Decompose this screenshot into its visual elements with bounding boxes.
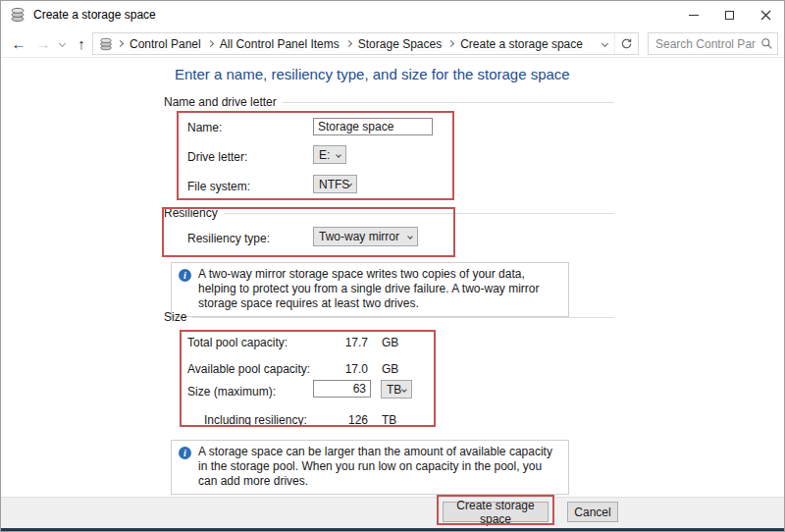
refresh-icon — [620, 37, 633, 50]
navigation-toolbar: ← → ↑ Control Panel All Control Panel It… — [1, 28, 784, 58]
group-label-size: Size — [164, 310, 192, 324]
file-system-value: NTFS — [319, 178, 349, 191]
title-bar: Create a storage space — [1, 1, 784, 28]
chevron-down-icon — [601, 40, 607, 47]
total-pool-capacity-label: Total pool capacity: — [187, 336, 288, 349]
breadcrumb-all-control-panel-items[interactable]: All Control Panel Items — [220, 37, 340, 51]
breadcrumb-separator-icon — [447, 40, 454, 47]
size-group-header: Size — [164, 310, 614, 324]
minimize-icon — [689, 15, 699, 16]
name-drive-group-header: Name and drive letter — [164, 95, 614, 109]
including-resiliency-value: 126 — [297, 413, 368, 427]
total-pool-capacity-unit: GB — [382, 336, 398, 349]
resiliency-info-text: A two-way mirror storage space writes tw… — [198, 267, 558, 311]
up-button[interactable]: ↑ — [70, 28, 93, 58]
size-maximum-input[interactable] — [313, 380, 371, 398]
create-storage-space-button[interactable]: Create storage space — [443, 502, 549, 522]
size-info-text: A storage space can be larger than the a… — [198, 445, 558, 489]
drive-letter-select[interactable]: E: — [313, 145, 346, 164]
group-label-name-drive: Name and drive letter — [164, 95, 283, 109]
group-divider — [283, 102, 614, 103]
close-icon — [760, 10, 771, 21]
group-divider — [192, 317, 614, 318]
forward-arrow-icon: → — [36, 35, 51, 52]
including-resiliency-unit: TB — [382, 413, 396, 427]
chevron-down-icon — [336, 152, 341, 158]
search-box — [648, 32, 778, 55]
resiliency-info-box: i A two-way mirror storage space writes … — [171, 262, 569, 317]
group-label-resiliency: Resiliency — [164, 206, 224, 220]
page-content: Enter a name, resiliency type, and size … — [1, 58, 784, 497]
address-dropdown-button[interactable] — [595, 33, 614, 54]
window-title: Create a storage space — [33, 8, 156, 22]
available-pool-capacity-unit: GB — [382, 362, 398, 376]
chevron-down-icon — [407, 234, 413, 239]
refresh-button[interactable] — [614, 33, 638, 54]
maximize-button[interactable] — [711, 1, 748, 28]
breadcrumb-separator-icon — [345, 40, 352, 47]
chevron-down-icon — [348, 183, 352, 186]
size-unit-select[interactable]: TB — [381, 380, 412, 399]
recent-locations-button[interactable] — [55, 28, 69, 58]
resiliency-type-select[interactable]: Two-way mirror — [313, 227, 418, 246]
name-label: Name: — [187, 121, 222, 134]
total-pool-capacity-value: 17.7 — [297, 336, 368, 349]
chevron-down-icon — [58, 39, 65, 46]
drive-letter-value: E: — [319, 148, 330, 162]
bottom-edge-strip — [1, 528, 784, 532]
address-bar[interactable]: Control Panel All Control Panel Items St… — [92, 32, 639, 55]
maximize-icon — [725, 11, 734, 20]
page-title: Enter a name, resiliency type, and size … — [175, 66, 570, 82]
group-divider — [224, 213, 614, 214]
up-arrow-icon: ↑ — [78, 35, 85, 52]
info-icon: i — [179, 447, 191, 459]
resiliency-group-header: Resiliency — [164, 206, 614, 220]
breadcrumb-create-a-storage-space[interactable]: Create a storage space — [460, 37, 583, 51]
resiliency-type-label: Resiliency type: — [187, 232, 270, 245]
resiliency-type-value: Two-way mirror — [319, 230, 399, 243]
breadcrumb-control-panel[interactable]: Control Panel — [130, 37, 201, 51]
breadcrumb-separator-icon — [117, 40, 124, 47]
storage-spaces-icon — [99, 37, 113, 51]
available-pool-capacity-value: 17.0 — [297, 362, 368, 376]
search-icon[interactable] — [756, 37, 777, 50]
available-pool-capacity-label: Available pool capacity: — [187, 362, 310, 376]
create-storage-space-window: Create a storage space ← → ↑ Control Pan… — [0, 0, 785, 532]
footer-bar — [1, 497, 784, 528]
file-system-label: File system: — [187, 180, 250, 193]
forward-button[interactable]: → — [31, 28, 55, 58]
drive-letter-label: Drive letter: — [187, 150, 247, 164]
breadcrumb-separator-icon — [207, 40, 214, 47]
file-system-select[interactable]: NTFS — [313, 175, 357, 193]
cancel-button[interactable]: Cancel — [567, 502, 618, 522]
close-button[interactable] — [748, 1, 784, 28]
storage-spaces-icon — [10, 7, 26, 23]
including-resiliency-label: Including resiliency: — [204, 413, 307, 427]
size-info-box: i A storage space can be larger than the… — [171, 440, 569, 495]
info-icon: i — [179, 269, 191, 282]
size-maximum-label: Size (maximum): — [187, 385, 276, 399]
size-unit-value: TB — [387, 383, 401, 397]
chevron-down-icon — [401, 387, 407, 393]
search-input[interactable] — [649, 37, 756, 51]
name-input[interactable] — [313, 118, 433, 135]
back-button[interactable]: ← — [7, 28, 30, 58]
back-arrow-icon: ← — [12, 35, 26, 52]
breadcrumb-storage-spaces[interactable]: Storage Spaces — [358, 37, 442, 51]
minimize-button[interactable] — [675, 1, 711, 28]
